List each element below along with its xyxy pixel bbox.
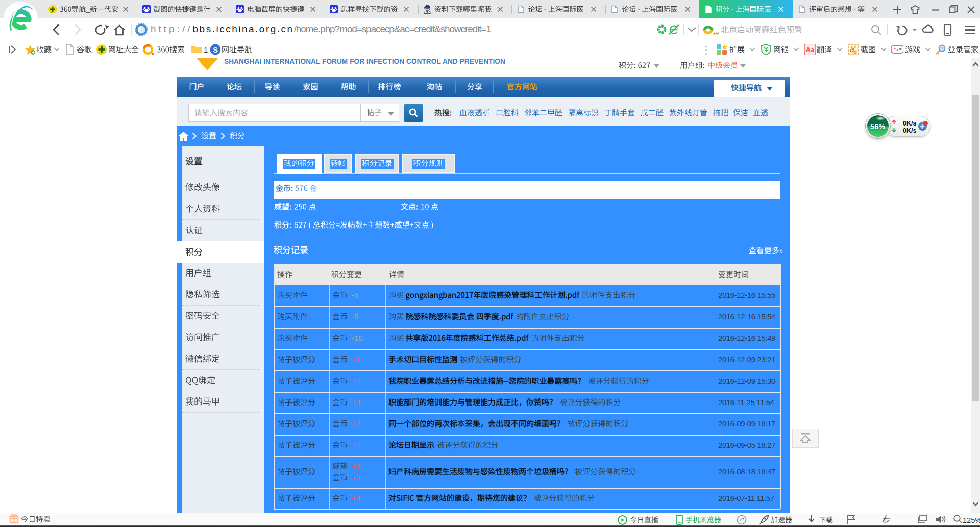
svg-text:S: S (213, 45, 218, 54)
svg-text:Aa: Aa (806, 46, 815, 54)
